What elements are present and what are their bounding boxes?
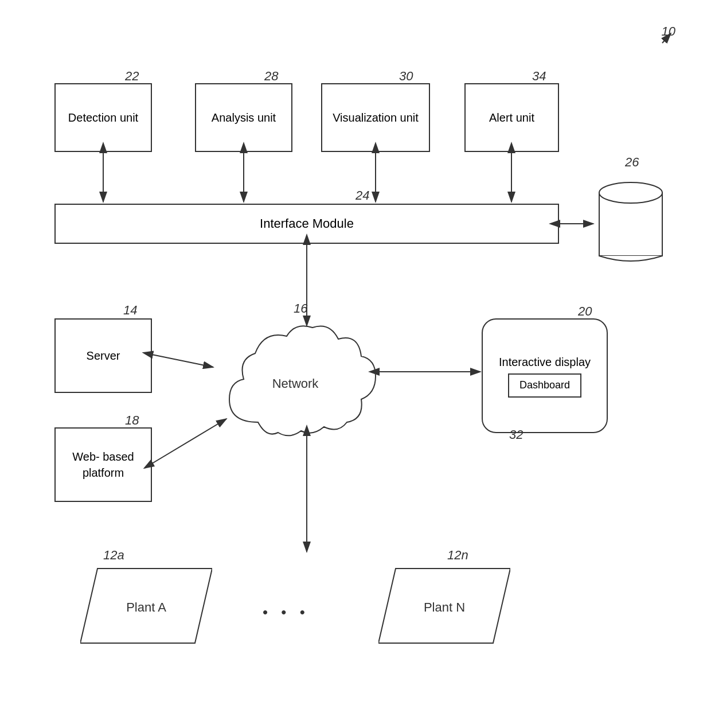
ref-12a: 12a (103, 548, 235, 563)
svg-text:Network: Network (272, 376, 319, 391)
database-container: 26 (593, 161, 668, 270)
svg-text:Plant A: Plant A (126, 600, 166, 614)
detection-unit-label: Detection unit (68, 110, 138, 126)
visualization-unit-box: Visualization unit (321, 83, 430, 152)
plant-a-container: 12a Plant A (80, 551, 212, 648)
dashboard-label: Dashboard (519, 379, 570, 391)
plant-a-shape: Plant A (80, 566, 212, 646)
alert-unit-label: Alert unit (489, 110, 534, 126)
ref-20: 20 (578, 304, 592, 319)
interface-module-label: Interface Module (260, 216, 354, 231)
ellipsis-dots: • • • (263, 604, 310, 621)
ref-12n: 12n (447, 548, 579, 563)
plant-n-shape: Plant N (378, 566, 510, 646)
ref-30: 30 (399, 69, 413, 84)
analysis-unit-box: Analysis unit (195, 83, 292, 152)
svg-point-1 (599, 182, 662, 203)
interface-module-box: Interface Module (54, 204, 559, 244)
network-cloud-container: 16 Network (212, 304, 378, 453)
ref-18: 18 (125, 413, 139, 428)
ref-22: 22 (125, 69, 139, 84)
diagram-container: 10 Detection unit 22 Analysis unit 28 Vi… (0, 0, 711, 728)
network-cloud: Network (212, 319, 378, 451)
ref-34: 34 (532, 69, 546, 84)
web-platform-box: Web- based platform (54, 427, 152, 502)
alert-unit-box: Alert unit (464, 83, 559, 152)
server-label: Server (87, 348, 120, 364)
interactive-display-label: Interactive display (499, 354, 591, 370)
web-platform-label: Web- based platform (56, 449, 151, 481)
ref-28: 28 (264, 69, 278, 84)
database-cylinder (593, 176, 668, 267)
ref-24: 24 (356, 188, 369, 203)
ref-32: 32 (509, 427, 523, 442)
svg-line-15 (152, 355, 213, 367)
dashboard-box: Dashboard (508, 373, 581, 397)
plant-n-container: 12n Plant N (378, 551, 510, 648)
ref-26: 26 (625, 155, 700, 170)
ref-10: 10 (662, 24, 675, 39)
detection-unit-box: Detection unit (54, 83, 152, 152)
ref-14: 14 (123, 303, 137, 318)
analysis-unit-label: Analysis unit (212, 110, 276, 126)
visualization-unit-label: Visualization unit (333, 110, 419, 126)
svg-text:Plant N: Plant N (424, 600, 465, 614)
ref-16: 16 (294, 301, 460, 316)
interactive-display-box: Interactive display Dashboard (482, 318, 608, 433)
server-box: Server (54, 318, 152, 393)
